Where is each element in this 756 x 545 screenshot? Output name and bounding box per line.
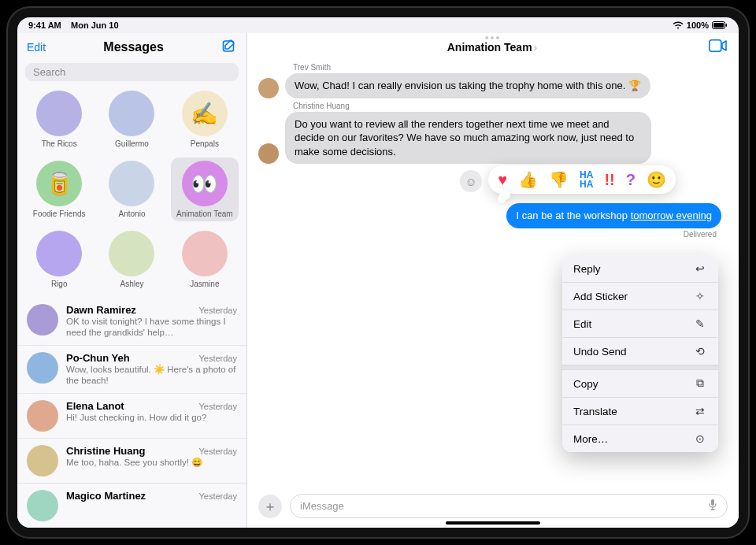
pencil-icon: ✎ [693, 317, 707, 330]
avatar [36, 91, 82, 136]
edit-button[interactable]: Edit [27, 41, 46, 54]
context-menu: Reply ↩︎ Add Sticker ✧ Edit ✎ Undo Send … [562, 255, 718, 452]
search-input[interactable]: Search [25, 63, 239, 81]
ipad-frame: 9:41 AM Mon Jun 10 100% Edit Messages [8, 8, 748, 537]
conversation-list: Dawn Ramirez Yesterday OK to visit tonig… [17, 298, 246, 528]
status-time: 9:41 AM [28, 20, 61, 30]
sticker-icon: ✧ [693, 290, 707, 302]
avatar[interactable] [258, 78, 279, 98]
dictation-icon[interactable] [708, 499, 717, 513]
avatar [27, 490, 58, 521]
sidebar: Edit Messages Search The RicosGuillermo✍… [17, 33, 247, 528]
conversation-time: Yesterday [198, 491, 237, 501]
tapback-question[interactable]: ? [626, 171, 636, 189]
facetime-button[interactable] [709, 39, 728, 55]
conversation-time: Yesterday [198, 402, 237, 411]
tapback-exclaim[interactable]: !! [604, 171, 614, 189]
svg-rect-5 [711, 499, 714, 506]
tapback-thumbsdown[interactable]: 👎 [549, 170, 569, 189]
pinned-grid: The RicosGuillermo✍️Penpals🥫Foodie Frien… [17, 87, 246, 298]
status-date: Mon Jun 10 [71, 20, 119, 30]
conversation-time: Yesterday [198, 354, 237, 363]
chevron-right-icon: › [534, 41, 538, 54]
conversation-name: Elena Lanot [66, 400, 124, 412]
conversation-row[interactable]: Dawn Ramirez Yesterday OK to visit tonig… [17, 298, 246, 346]
tapback-bar: ☺ ♥ 👍 👎 HA HA !! ? 🙂 [488, 165, 676, 194]
avatar [27, 304, 58, 336]
undo-icon: ⟲ [693, 345, 707, 358]
pinned-label: Penpals [191, 139, 219, 148]
avatar [27, 400, 58, 432]
more-icon: ⊙ [693, 432, 707, 445]
pinned-conversation[interactable]: Antonio [98, 158, 165, 221]
conversation-name: Dawn Ramirez [66, 304, 136, 316]
avatar [36, 231, 82, 276]
sidebar-title: Messages [103, 40, 164, 54]
copy-icon: ⧉ [693, 377, 707, 390]
avatar: 🥫 [36, 161, 82, 206]
sender-label: Trev Smith [293, 63, 651, 72]
svg-rect-1 [713, 23, 724, 28]
conversation-row[interactable]: Christine Huang Yesterday Me too, haha. … [17, 439, 246, 484]
message-input[interactable]: iMessage [290, 494, 728, 518]
pinned-conversation[interactable]: 🥫Foodie Friends [25, 158, 93, 221]
tapback-emoji[interactable]: 🙂 [647, 170, 666, 189]
conversation-name: Po-Chun Yeh [66, 352, 130, 364]
avatar [109, 91, 154, 136]
conversation-row[interactable]: Magico Martinez Yesterday [17, 484, 246, 528]
pinned-label: Animation Team [176, 209, 233, 218]
pinned-conversation[interactable]: ✍️Penpals [171, 87, 239, 151]
ctx-copy[interactable]: Copy ⧉ [562, 370, 718, 398]
pinned-conversation[interactable]: Jasmine [171, 228, 239, 291]
conversation-preview: Hi! Just checking in. How did it go? [66, 412, 237, 423]
pinned-label: Guillermo [115, 139, 149, 148]
home-indicator[interactable] [446, 521, 540, 525]
avatar [182, 231, 228, 276]
conversation-time: Yesterday [198, 447, 237, 456]
conversation-preview: Me too, haha. See you shortly! 😄 [66, 457, 237, 468]
avatar: 👀 [182, 161, 228, 206]
avatar [27, 445, 58, 476]
ctx-add-sticker[interactable]: Add Sticker ✧ [562, 283, 718, 310]
conversation-row[interactable]: Po-Chun Yeh Yesterday Wow, looks beautif… [17, 346, 246, 394]
ctx-more[interactable]: More… ⊙ [562, 425, 718, 452]
avatar [109, 161, 154, 206]
conversation-preview: Wow, looks beautiful. ☀️ Here's a photo … [66, 364, 237, 387]
pinned-label: The Ricos [42, 139, 77, 148]
ctx-translate[interactable]: Translate ⇄ [562, 398, 718, 425]
pinned-label: Ashley [120, 280, 143, 288]
sender-label: Christine Huang [293, 102, 651, 110]
tapback-thumbsup[interactable]: 👍 [518, 170, 538, 189]
conversation-name: Magico Martinez [66, 490, 146, 502]
conversation-row[interactable]: Elena Lanot Yesterday Hi! Just checking … [17, 394, 246, 439]
reply-icon: ↩︎ [693, 262, 707, 275]
ctx-edit[interactable]: Edit ✎ [562, 310, 718, 338]
svg-rect-4 [710, 40, 721, 51]
composer-placeholder: iMessage [300, 500, 344, 512]
translate-icon: ⇄ [693, 405, 707, 417]
pinned-conversation[interactable]: Guillermo [98, 87, 165, 151]
message-bubble[interactable]: Wow, Chad! I can really envision us taki… [285, 73, 650, 98]
avatar[interactable] [258, 143, 279, 164]
message-bubble[interactable]: Do you want to review all the renders to… [285, 112, 651, 165]
attach-button[interactable]: ＋ [258, 495, 282, 518]
drag-indicator-icon[interactable]: ••• [485, 33, 502, 44]
pinned-conversation[interactable]: Rigo [25, 228, 93, 291]
pinned-label: Foodie Friends [33, 209, 86, 218]
compose-button[interactable] [221, 38, 237, 57]
tapback-heart[interactable]: ♥ [498, 171, 507, 189]
avatar [27, 352, 58, 384]
battery-icon [712, 21, 728, 29]
pinned-label: Jasmine [190, 280, 219, 288]
pinned-conversation[interactable]: The Ricos [25, 87, 93, 151]
conversation-time: Yesterday [198, 306, 237, 315]
ctx-reply[interactable]: Reply ↩︎ [562, 255, 718, 283]
pinned-conversation[interactable]: 👀Animation Team [171, 158, 239, 221]
pinned-conversation[interactable]: Ashley [98, 228, 165, 291]
tapback-haha[interactable]: HA HA [580, 170, 593, 189]
selected-message-bubble[interactable]: I can be at the workshop tomorrow evenin… [506, 203, 721, 228]
ctx-undo-send[interactable]: Undo Send ⟲ [562, 338, 718, 365]
wifi-icon [673, 21, 684, 29]
svg-rect-2 [726, 24, 728, 27]
pinned-label: Antonio [119, 209, 146, 218]
